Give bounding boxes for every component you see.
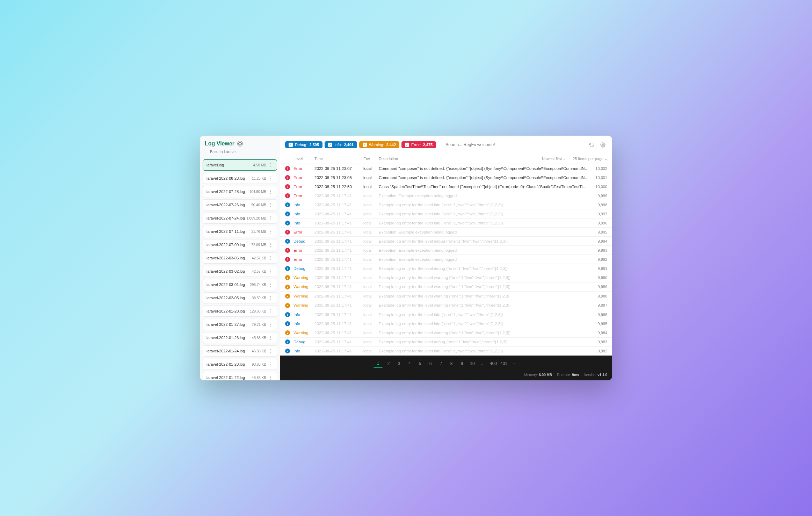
log-row[interactable]: Warning2022-08-25 11:17:41localExample l… [280, 273, 612, 282]
file-size: 79.21 KB [252, 323, 266, 327]
file-item[interactable]: laravel-2022-01-27.log79.21 KB⋮ [203, 319, 277, 330]
log-row[interactable]: Info2022-08-25 11:17:41localExample log … [280, 200, 612, 209]
log-row[interactable]: Error2022-08-25 11:22:50localClass "Spat… [280, 182, 612, 191]
page-next[interactable]: → [510, 359, 519, 368]
ellipsis-icon[interactable]: ⋮ [268, 335, 273, 340]
page-4[interactable]: 4 [405, 359, 414, 368]
page-10[interactable]: 10 [468, 359, 477, 368]
log-row[interactable]: Error2022-08-25 11:17:41localException: … [280, 227, 612, 236]
page-2[interactable]: 2 [384, 359, 393, 368]
log-row[interactable]: Error2022-08-25 11:17:41localException: … [280, 191, 612, 200]
log-description: Example log entry for the level warning … [379, 303, 590, 307]
file-item[interactable]: laravel-2022-03-01.log295.74 KB⋮ [203, 279, 277, 290]
log-env: local [363, 257, 379, 261]
file-item[interactable]: laravel-2022-01-26.log45.88 KB⋮ [203, 332, 277, 343]
log-row[interactable]: Info2022-08-25 11:17:41localExample log … [280, 218, 612, 227]
page-9[interactable]: 9 [457, 359, 466, 368]
log-row[interactable]: Warning2022-08-25 11:17:41localExample l… [280, 282, 612, 292]
ellipsis-icon[interactable]: ⋮ [268, 282, 273, 287]
filter-error[interactable]: Error: 2,475 [401, 141, 436, 148]
filter-warning[interactable]: Warning: 2,442 [359, 141, 399, 148]
file-item[interactable]: laravel-2022-01-23.log93.63 KB⋮ [203, 359, 277, 370]
file-item[interactable]: laravel-2022-01-28.log129.88 KB⋮ [203, 306, 277, 317]
log-row[interactable]: Debug2022-08-25 11:17:41localExample log… [280, 236, 612, 245]
github-icon[interactable] [237, 141, 243, 146]
page-1[interactable]: 1 [374, 359, 383, 368]
log-row[interactable]: Warning2022-08-25 11:17:41localExample l… [280, 291, 612, 301]
filter-error-label: Error: [411, 143, 421, 147]
file-name: laravel-2022-07-09.log [206, 243, 251, 247]
page-400[interactable]: 400 [489, 359, 498, 368]
ellipsis-icon[interactable]: ⋮ [268, 322, 273, 327]
log-index: 9,988 [590, 294, 607, 298]
ellipsis-icon[interactable]: ⋮ [268, 216, 273, 221]
file-name: laravel.log [206, 163, 253, 167]
log-row[interactable]: Error2022-08-25 11:17:41localException: … [280, 245, 612, 255]
ellipsis-icon[interactable]: ⋮ [268, 176, 273, 181]
file-item[interactable]: laravel-2022-08-23.log11.25 KB⋮ [203, 173, 277, 184]
ellipsis-icon[interactable]: ⋮ [268, 309, 273, 314]
log-level: Error [293, 194, 314, 198]
back-to-laravel-link[interactable]: ← Back to Laravel [205, 150, 275, 154]
file-item[interactable]: laravel-2022-07-09.log72.09 MB⋮ [203, 239, 277, 250]
log-description: Example log entry for the level info {"o… [379, 203, 590, 207]
ellipsis-icon[interactable]: ⋮ [268, 269, 273, 274]
file-item[interactable]: laravel-2022-07-28.log104.80 MB⋮ [203, 186, 277, 197]
log-row[interactable]: Error2022-08-25 11:17:41localException: … [280, 255, 612, 264]
ellipsis-icon[interactable]: ⋮ [268, 242, 273, 247]
log-index: 9,998 [590, 203, 607, 207]
ellipsis-icon[interactable]: ⋮ [268, 375, 273, 380]
log-env: local [363, 322, 379, 326]
file-item[interactable]: laravel-2022-07-26.log50.40 MB⋮ [203, 199, 277, 210]
log-level: Error [293, 230, 314, 234]
log-time: 2022-08-25 11:17:41 [314, 340, 363, 344]
log-row[interactable]: Info2022-08-25 11:17:41localExample log … [280, 346, 612, 356]
log-row[interactable]: Debug2022-08-25 11:17:41localExample log… [280, 337, 612, 346]
file-item[interactable]: laravel-2022-01-22.log45.88 KB⋮ [203, 372, 277, 380]
file-item[interactable]: laravel-2022-01-24.log45.88 KB⋮ [203, 345, 277, 357]
file-size: 4.58 MB [253, 163, 266, 167]
file-item[interactable]: laravel-2022-07-24.log1,009.20 MB⋮ [203, 213, 277, 224]
file-item[interactable]: laravel-2022-03-06.log42.57 KB⋮ [203, 252, 277, 264]
log-row[interactable]: Info2022-08-25 11:17:41localExample log … [280, 209, 612, 218]
log-row[interactable]: Debug2022-08-25 11:17:41localExample log… [280, 264, 612, 273]
filter-debug[interactable]: Debug: 2,595 [285, 141, 322, 148]
log-row[interactable]: Error2022-08-25 11:23:05localCommand "co… [280, 173, 612, 182]
file-item[interactable]: laravel.log4.58 MB⋮ [203, 159, 277, 171]
refresh-icon[interactable] [587, 140, 596, 149]
log-row[interactable]: Error2022-08-25 11:23:07localCommand "co… [280, 164, 612, 173]
col-env: Env [363, 157, 379, 161]
log-row[interactable]: Info2022-08-25 11:17:41localExample log … [280, 319, 612, 328]
search-input[interactable] [442, 140, 585, 150]
ellipsis-icon[interactable]: ⋮ [268, 256, 273, 260]
col-level: Level [293, 157, 314, 161]
log-time: 2022-08-25 11:17:41 [314, 349, 363, 353]
log-env: local [363, 294, 379, 298]
log-row[interactable]: Warning2022-08-25 11:17:41localExample l… [280, 301, 612, 310]
file-item[interactable]: laravel-2022-03-02.log42.57 KB⋮ [203, 266, 277, 277]
filter-warning-count: 2,442 [386, 143, 396, 147]
log-level: Warning [293, 285, 314, 289]
ellipsis-icon[interactable]: ⋮ [268, 229, 273, 234]
file-item[interactable]: laravel-2022-02-05.log38.59 KB⋮ [203, 292, 277, 303]
page-5[interactable]: 5 [415, 359, 425, 368]
page-6[interactable]: 6 [426, 359, 435, 368]
sort-order-select[interactable]: Newest first [542, 157, 566, 161]
gear-icon[interactable] [598, 140, 607, 149]
ellipsis-icon[interactable]: ⋮ [268, 189, 273, 194]
page-7[interactable]: 7 [436, 359, 445, 368]
log-row[interactable]: Info2022-08-25 11:17:41localExample log … [280, 310, 612, 319]
ellipsis-icon[interactable]: ⋮ [268, 202, 273, 207]
page-401[interactable]: 401 [499, 359, 508, 368]
ellipsis-icon[interactable]: ⋮ [268, 295, 273, 300]
file-item[interactable]: laravel-2022-07-11.log31.76 MB⋮ [203, 226, 277, 237]
per-page-select[interactable]: 25 items per page [573, 157, 607, 161]
page-3[interactable]: 3 [394, 359, 404, 368]
ellipsis-icon[interactable]: ⋮ [268, 362, 273, 367]
page-8[interactable]: 8 [447, 359, 456, 368]
file-size: 295.74 KB [250, 283, 266, 287]
filter-info[interactable]: Info: 2,491 [325, 141, 357, 148]
ellipsis-icon[interactable]: ⋮ [268, 349, 273, 353]
log-row[interactable]: Warning2022-08-25 11:17:41localExample l… [280, 328, 612, 337]
ellipsis-icon[interactable]: ⋮ [268, 163, 273, 167]
